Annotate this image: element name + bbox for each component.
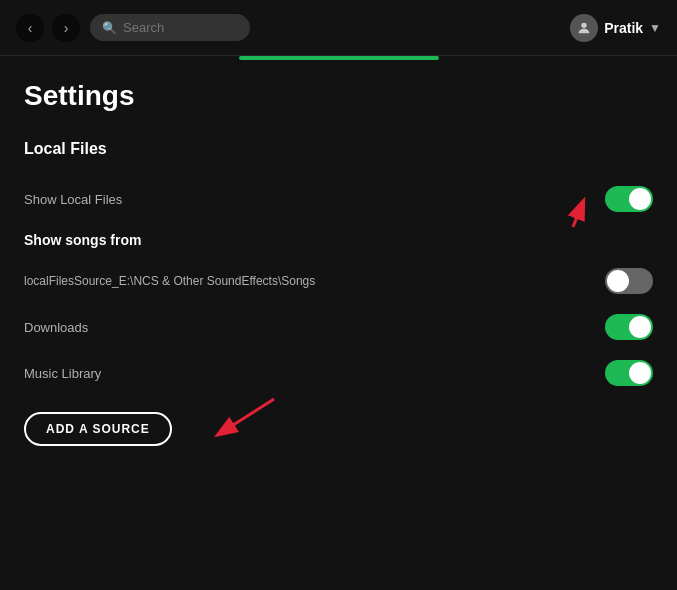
settings-content: Settings Local Files Show Local Files — [0, 60, 677, 590]
toggle-thumb-source-0 — [607, 270, 629, 292]
local-files-title: Local Files — [24, 140, 653, 158]
settings-chevron-icon: ▼ — [649, 21, 661, 35]
source-toggle-1[interactable] — [605, 314, 653, 340]
show-local-files-label: Show Local Files — [24, 192, 122, 207]
toggle-thumb-local-files — [629, 188, 651, 210]
svg-line-7 — [219, 399, 274, 434]
settings-nav: ‹ › 🔍 Pratik ▼ — [0, 0, 677, 56]
settings-user-area[interactable]: Pratik ▼ — [570, 14, 661, 42]
source-toggle-2[interactable] — [605, 360, 653, 386]
settings-forward-button[interactable]: › — [52, 14, 80, 42]
add-source-container: ADD A SOURCE — [24, 404, 653, 446]
settings-panel: ‹ › 🔍 Pratik ▼ Settings Local Files Show… — [0, 0, 677, 590]
settings-search-icon: 🔍 — [102, 21, 117, 35]
arrow-add-source-indicator — [204, 394, 284, 444]
settings-user-avatar — [570, 14, 598, 42]
toggle-thumb-source-1 — [629, 316, 651, 338]
source-row-2: Music Library — [24, 350, 653, 396]
settings-nav-arrows: ‹ › — [16, 14, 80, 42]
show-local-files-row: Show Local Files — [24, 176, 653, 222]
source-toggle-0[interactable] — [605, 268, 653, 294]
source-label-0: localFilesSource_E:\NCS & Other SoundEff… — [24, 274, 315, 288]
settings-search-box[interactable]: 🔍 — [90, 14, 250, 41]
settings-back-button[interactable]: ‹ — [16, 14, 44, 42]
source-label-2: Music Library — [24, 366, 101, 381]
source-row-1: Downloads — [24, 304, 653, 350]
local-files-section: Local Files Show Local Files — [24, 140, 653, 446]
source-row-0: localFilesSource_E:\NCS & Other SoundEff… — [24, 258, 653, 304]
settings-user-name: Pratik — [604, 20, 643, 36]
settings-heading: Settings — [24, 80, 653, 112]
show-local-files-toggle[interactable] — [605, 186, 653, 212]
toggle-thumb-source-2 — [629, 362, 651, 384]
show-songs-from-label: Show songs from — [24, 232, 653, 248]
svg-point-3 — [582, 22, 587, 27]
source-label-1: Downloads — [24, 320, 88, 335]
add-source-button[interactable]: ADD A SOURCE — [24, 412, 172, 446]
settings-search-input[interactable] — [123, 20, 238, 35]
